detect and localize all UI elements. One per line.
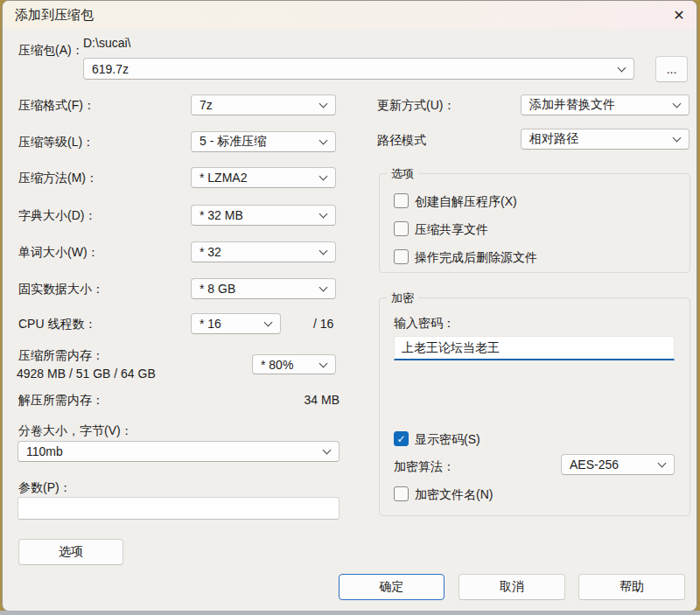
compress-shared-label[interactable]: 压缩共享文件: [415, 222, 488, 238]
encryption-method-label: 加密算法：: [394, 459, 455, 475]
ok-button-label: 确定: [380, 579, 404, 595]
encryption-method-value: AES-256: [570, 458, 619, 472]
archive-name-value: 619.7z: [92, 62, 129, 76]
dictionary-combo[interactable]: * 32 MB: [191, 205, 336, 226]
archive-label: 压缩包(A)：: [18, 43, 84, 59]
dictionary-label: 字典大小(D)：: [18, 208, 96, 224]
encrypt-filenames-label[interactable]: 加密文件名(N): [415, 487, 493, 503]
method-combo[interactable]: * LZMA2: [191, 167, 336, 188]
update-mode-label: 更新方式(U)：: [377, 98, 455, 114]
password-label: 输入密码：: [394, 316, 455, 332]
archive-name-combo[interactable]: 619.7z: [83, 58, 634, 80]
solid-size-label: 固实数据大小：: [18, 282, 104, 297]
volume-size-value: 110mb: [26, 444, 63, 458]
encryption-method-combo[interactable]: AES-256: [561, 454, 675, 475]
delete-after-checkbox[interactable]: [394, 249, 409, 264]
memory-compress-detail: 4928 MB / 51 GB / 64 GB: [17, 367, 156, 381]
parameters-input[interactable]: [18, 497, 340, 520]
dictionary-value: * 32 MB: [200, 208, 243, 222]
encryption-group-title: 加密: [387, 290, 418, 306]
chevron-down-icon: [323, 446, 332, 455]
level-combo[interactable]: 5 - 标准压缩: [191, 131, 336, 152]
chevron-down-icon: [673, 134, 682, 143]
method-label: 压缩方法(M)：: [18, 171, 98, 186]
archive-directory: D:\sucai\: [83, 36, 130, 50]
word-size-combo[interactable]: * 32: [191, 241, 336, 262]
path-mode-value: 相对路径: [529, 131, 578, 147]
memory-decompress-label: 解压所需内存：: [18, 393, 104, 409]
password-input[interactable]: [394, 336, 675, 360]
chevron-down-icon: [319, 359, 328, 367]
memory-compress-label: 压缩所需内存：: [18, 348, 104, 364]
chevron-down-icon: [319, 283, 328, 292]
parameters-label: 参数(P)：: [18, 480, 72, 496]
show-password-label[interactable]: 显示密码(S): [415, 432, 480, 448]
browse-button[interactable]: ...: [655, 56, 688, 82]
add-to-archive-dialog: 添加到压缩包 ✕ 压缩包(A)： D:\sucai\ 619.7z ... 压缩…: [2, 0, 697, 612]
word-size-label: 单词大小(W)：: [18, 245, 100, 261]
format-value: 7z: [200, 98, 213, 112]
level-value: 5 - 标准压缩: [200, 134, 266, 150]
path-mode-combo[interactable]: 相对路径: [521, 129, 690, 150]
memory-decompress-value: 34 MB: [265, 393, 340, 407]
word-size-value: * 32: [200, 245, 221, 259]
cpu-threads-total: / 16: [313, 317, 333, 331]
create-sfx-checkbox[interactable]: [394, 193, 409, 208]
close-icon[interactable]: ✕: [665, 3, 693, 26]
cancel-button[interactable]: 取消: [458, 574, 565, 600]
update-mode-combo[interactable]: 添加并替换文件: [521, 94, 690, 115]
memory-usage-combo[interactable]: * 80%: [252, 354, 336, 374]
dialog-title: 添加到压缩包: [15, 7, 94, 24]
show-password-checkbox[interactable]: [394, 431, 409, 446]
format-combo[interactable]: 7z: [191, 94, 336, 115]
background-window-edge: [0, 611, 700, 615]
create-sfx-label[interactable]: 创建自解压程序(X): [415, 194, 517, 210]
chevron-down-icon: [319, 100, 328, 108]
delete-after-label[interactable]: 操作完成后删除源文件: [415, 250, 537, 266]
update-mode-value: 添加并替换文件: [529, 97, 615, 113]
chevron-down-icon: [264, 318, 273, 327]
volume-size-label: 分卷大小，字节(V)：: [18, 423, 133, 439]
solid-size-value: * 8 GB: [200, 282, 235, 296]
chevron-down-icon: [319, 210, 328, 219]
format-label: 压缩格式(F)：: [18, 98, 95, 114]
encrypt-filenames-checkbox[interactable]: [394, 486, 409, 501]
compress-shared-checkbox[interactable]: [394, 221, 409, 236]
chevron-down-icon: [673, 100, 682, 108]
options-button[interactable]: 选项: [18, 539, 123, 565]
ok-button[interactable]: 确定: [339, 574, 444, 600]
method-value: * LZMA2: [200, 171, 247, 185]
chevron-down-icon: [319, 247, 328, 255]
path-mode-label: 路径模式: [377, 133, 426, 149]
browse-button-label: ...: [667, 62, 677, 76]
title-bar[interactable]: 添加到压缩包 ✕: [3, 1, 696, 29]
cpu-threads-label: CPU 线程数：: [18, 317, 96, 332]
volume-size-combo[interactable]: 110mb: [18, 441, 340, 462]
solid-size-combo[interactable]: * 8 GB: [191, 278, 336, 299]
cpu-threads-combo[interactable]: * 16: [191, 313, 281, 334]
help-button-label: 帮助: [620, 579, 644, 595]
chevron-down-icon: [319, 172, 328, 181]
memory-usage-value: * 80%: [261, 358, 293, 372]
help-button[interactable]: 帮助: [578, 574, 685, 600]
cancel-button-label: 取消: [500, 579, 524, 595]
cpu-threads-value: * 16: [200, 317, 221, 331]
chevron-down-icon: [319, 136, 328, 145]
chevron-down-icon: [618, 63, 626, 72]
level-label: 压缩等级(L)：: [18, 135, 94, 150]
chevron-down-icon: [658, 459, 667, 468]
options-button-label: 选项: [59, 544, 83, 560]
options-group-title: 选项: [387, 166, 418, 182]
